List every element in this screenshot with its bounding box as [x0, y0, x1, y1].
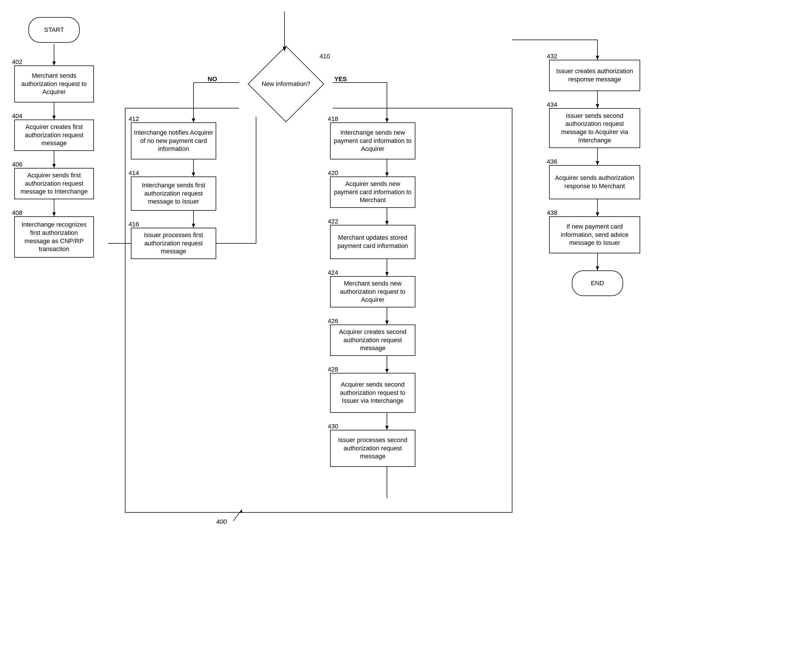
svg-marker-27 — [385, 221, 389, 225]
svg-marker-29 — [385, 272, 389, 276]
node-418: 418 Interchange sends new payment card i… — [330, 122, 415, 159]
ref-arrow — [222, 507, 245, 524]
node-438: 438 If new payment card information, sen… — [549, 216, 640, 253]
svg-marker-31 — [385, 320, 389, 325]
node-412: 412 Interchange notifies Acquirer of no … — [131, 122, 216, 159]
svg-marker-52 — [239, 509, 242, 513]
svg-marker-25 — [385, 172, 389, 177]
svg-marker-21 — [192, 172, 195, 177]
node-434: 434 Issuer sends second authorization re… — [549, 108, 640, 148]
yes-label: YES — [334, 76, 347, 83]
node-436: 436 Acquirer sends authorization respons… — [549, 165, 640, 199]
svg-marker-23 — [192, 224, 195, 228]
node-404: 404 Acquirer creates first authorization… — [14, 120, 94, 151]
svg-marker-14 — [192, 118, 195, 122]
svg-marker-7 — [52, 212, 56, 216]
svg-marker-35 — [385, 426, 389, 430]
svg-marker-33 — [385, 369, 389, 373]
node-414: 414 Interchange sends first authorizatio… — [131, 177, 216, 211]
node-410: New information? 410 — [239, 51, 333, 117]
node-432: 432 Issuer creates authorization respons… — [549, 60, 640, 91]
start-node: START — [28, 17, 80, 43]
svg-marker-48 — [596, 56, 599, 60]
svg-marker-1 — [52, 61, 56, 65]
svg-marker-42 — [596, 212, 599, 216]
no-label: NO — [208, 76, 217, 83]
end-node: END — [572, 270, 623, 296]
node-416: 416 Issuer processes first authorization… — [131, 228, 216, 259]
node-428: 428 Acquirer sends second authorization … — [330, 373, 415, 413]
node-406: 406 Acquirer sends first authorization r… — [14, 168, 94, 199]
svg-marker-38 — [596, 104, 599, 108]
svg-rect-45 — [125, 108, 512, 512]
node-408: 408 Interchange recognizes first authori… — [14, 216, 94, 258]
diagram: START 402 Merchant sends authorization r… — [0, 0, 812, 659]
node-424: 424 Merchant sends new authorization req… — [330, 276, 415, 307]
svg-marker-44 — [596, 266, 599, 270]
svg-marker-3 — [52, 115, 56, 120]
node-420: 420 Acquirer sends new payment card info… — [330, 177, 415, 208]
node-426: 426 Acquirer creates second authorizatio… — [330, 325, 415, 356]
node-402: 402 Merchant sends authorization request… — [14, 65, 94, 102]
node-422: 422 Merchant updates stored payment card… — [330, 225, 415, 259]
svg-marker-17 — [385, 118, 389, 122]
svg-marker-40 — [596, 161, 599, 165]
svg-marker-5 — [52, 164, 56, 168]
node-430: 430 Issuer processes second authorizatio… — [330, 430, 415, 467]
